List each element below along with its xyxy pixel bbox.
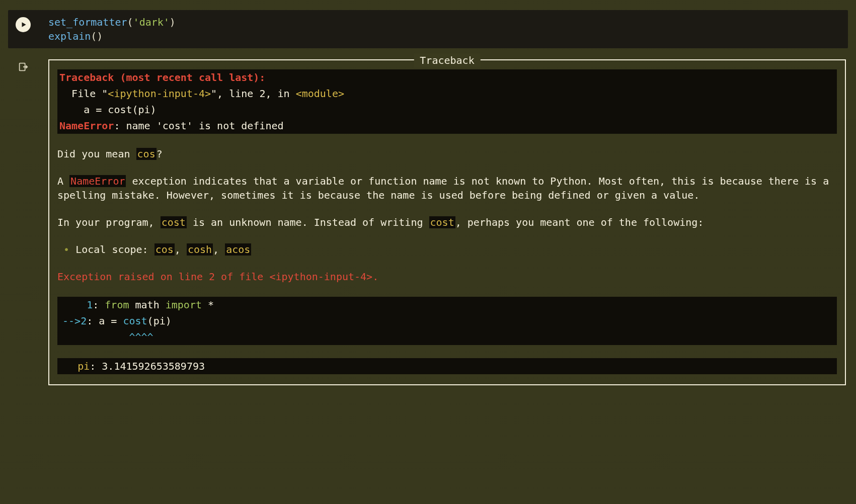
scope-suggestion: cosh	[187, 243, 213, 256]
explanation-p2: In your program, cost is an unknown name…	[57, 215, 837, 229]
exception-location: Exception raised on line 2 of file <ipyt…	[57, 270, 837, 284]
exp2-post: , perhaps you meant one of the following…	[455, 216, 704, 228]
tb-file-rest: , line 2, in	[217, 88, 296, 100]
ctx-lineno: 1	[62, 299, 93, 311]
code-cell[interactable]: set_formatter('dark') explain()	[8, 10, 848, 48]
exp2-name2: cost	[429, 216, 455, 228]
scope-label: Local scope:	[75, 243, 154, 256]
tb-error-sep: :	[114, 120, 126, 132]
output-arrow-icon	[18, 61, 29, 72]
ctx-kw: from	[105, 299, 129, 311]
ctx-colon: :	[87, 315, 99, 327]
scope-sep: ,	[175, 243, 187, 256]
code-token: 'dark'	[133, 16, 170, 28]
ctx-kw: import	[166, 299, 202, 311]
ctx-fn: cost	[123, 315, 147, 327]
dym-suggestion: cos	[136, 148, 157, 160]
run-button[interactable]	[16, 17, 31, 32]
tb-error-name: NameError	[59, 120, 114, 132]
ctx-lineno: 2	[81, 315, 87, 327]
play-icon	[20, 21, 27, 28]
code-token: (	[127, 16, 133, 28]
var-name: pi	[77, 360, 90, 372]
scope-suggestion: acos	[225, 243, 251, 256]
traceback-legend: Traceback	[414, 53, 480, 67]
ctx-args: (pi)	[147, 315, 172, 327]
code-token: )	[170, 16, 176, 28]
tb-header: Traceback (most recent call last):	[59, 71, 265, 83]
exp-rest: exception indicates that a variable or f…	[57, 175, 835, 201]
cell-gutter	[8, 15, 38, 32]
traceback-text: Traceback (most recent call last): File …	[57, 69, 837, 134]
var-value: 3.141592653589793	[102, 360, 205, 372]
exc-pre: Exception raised on line 2 of file	[57, 271, 269, 283]
code-context: 1: from math import * -->2: a = cost(pi)…	[57, 297, 837, 345]
tb-file-prefix: File	[59, 88, 102, 100]
tb-module: <module>	[296, 88, 344, 100]
exp-pre: A	[57, 175, 69, 187]
tb-code-line: a = cost(pi)	[59, 104, 157, 116]
variable-value: pi: 3.141592653589793	[57, 358, 837, 374]
code-input[interactable]: set_formatter('dark') explain()	[48, 15, 848, 43]
explanation-p1: A NameError exception indicates that a v…	[57, 174, 837, 202]
code-token: set_formatter	[48, 16, 127, 28]
tb-error-msg: name 'cost' is not defined	[126, 120, 283, 132]
output-gutter	[8, 59, 38, 72]
dym-post: ?	[157, 148, 163, 160]
scope-list: • Local scope: cos, cosh, acos	[57, 242, 837, 257]
scope-sep: ,	[213, 243, 225, 256]
exp2-pre: In your program,	[57, 216, 161, 228]
code-token: explain	[48, 30, 91, 42]
exp2-mid: is an unknown name. Instead of writing	[187, 216, 429, 228]
exp-errname: NameError	[69, 175, 126, 187]
ctx-mod: math	[129, 299, 165, 311]
scope-suggestion: cos	[154, 243, 175, 256]
ctx-caret: ^^^^	[62, 331, 153, 343]
ctx-arrow: -->	[62, 315, 81, 327]
tb-quote: "	[102, 88, 108, 100]
ctx-colon: :	[93, 299, 105, 311]
tb-quote: "	[211, 88, 217, 100]
exp2-name: cost	[161, 216, 187, 228]
bullet-icon: •	[57, 243, 75, 256]
exc-post: .	[372, 271, 378, 283]
var-sep: :	[90, 360, 102, 372]
did-you-mean: Did you mean cos?	[57, 147, 837, 161]
output-cell: Traceback Traceback (most recent call la…	[8, 59, 848, 385]
code-token: ()	[91, 30, 103, 42]
traceback-panel: Traceback Traceback (most recent call la…	[48, 59, 846, 385]
tb-filename: <ipython-input-4>	[108, 88, 211, 100]
ctx-code: a =	[99, 315, 123, 327]
ctx-star: *	[202, 299, 214, 311]
exc-file: <ipython-input-4>	[269, 271, 372, 283]
dym-pre: Did you mean	[57, 148, 136, 160]
